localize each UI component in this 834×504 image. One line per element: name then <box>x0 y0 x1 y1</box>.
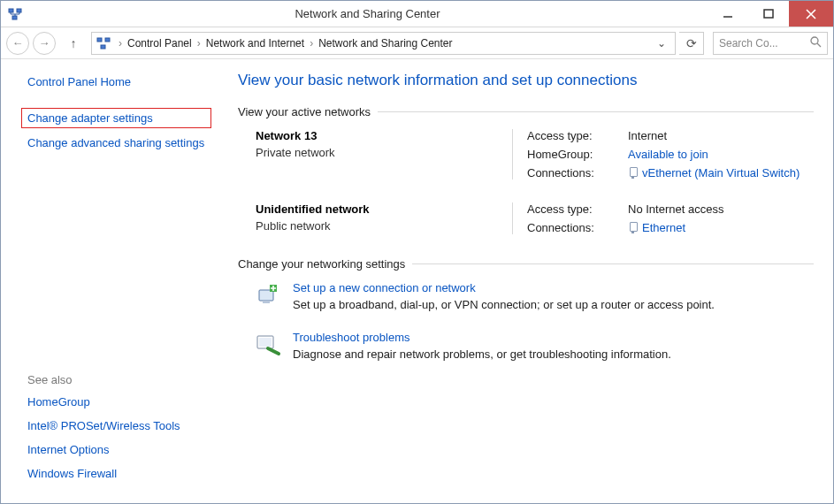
troubleshoot-desc: Diagnose and repair network problems, or… <box>293 347 671 361</box>
svg-rect-1 <box>17 9 21 12</box>
page-heading: View your basic network information and … <box>238 72 814 89</box>
connection-link[interactable]: Ethernet <box>642 221 685 234</box>
svg-rect-2 <box>12 16 17 19</box>
change-advanced-link[interactable]: Change advanced sharing settings <box>27 135 211 151</box>
see-also-list: HomeGroup Intel® PROSet/Wireless Tools I… <box>27 395 211 491</box>
network-name: Unidentified network <box>256 202 512 216</box>
network-details: Access type: Internet HomeGroup: Availab… <box>512 129 814 179</box>
change-adapter-link[interactable]: Change adapter settings <box>27 111 205 125</box>
breadcrumb-item[interactable]: Network and Internet <box>206 37 304 50</box>
svg-rect-0 <box>9 9 13 12</box>
breadcrumb-dropdown[interactable]: ⌄ <box>652 37 671 50</box>
up-button[interactable]: ↑ <box>63 33 84 54</box>
svg-rect-4 <box>764 10 773 18</box>
app-icon <box>8 7 22 21</box>
network-block: Unidentified network Public network Acce… <box>256 202 814 234</box>
connections-label: Connections: <box>527 221 624 234</box>
network-type: Public network <box>256 219 512 233</box>
troubleshoot-icon <box>254 331 282 359</box>
svg-rect-5 <box>97 38 102 42</box>
maximize-button[interactable] <box>748 1 789 27</box>
connections-label: Connections: <box>527 166 624 179</box>
main-panel: View your basic network information and … <box>231 59 833 503</box>
breadcrumb-item[interactable]: Network and Sharing Center <box>318 37 452 50</box>
close-button[interactable] <box>789 1 833 27</box>
connection-link[interactable]: vEthernet (Main Virtual Switch) <box>642 166 800 179</box>
setup-connection-desc: Set up a broadband, dial-up, or VPN conn… <box>293 298 715 311</box>
action-text: Troubleshoot problems Diagnose and repai… <box>293 331 671 361</box>
adapter-icon <box>628 166 639 179</box>
titlebar: Network and Sharing Center <box>1 1 833 27</box>
access-type-label: Access type: <box>527 202 624 216</box>
svg-rect-14 <box>259 338 272 347</box>
see-also-inetopt[interactable]: Internet Options <box>27 443 211 456</box>
sidebar: Control Panel Home Change adapter settin… <box>1 59 231 503</box>
svg-rect-6 <box>105 38 110 42</box>
active-networks-header: View your active networks <box>238 105 814 118</box>
refresh-button[interactable]: ⟳ <box>679 32 704 55</box>
homegroup-link[interactable]: Available to join <box>628 148 708 161</box>
breadcrumb-item[interactable]: Control Panel <box>127 37 192 50</box>
search-icon <box>810 36 822 50</box>
setup-connection-link[interactable]: Set up a new connection or network <box>293 281 476 294</box>
content-body: Control Panel Home Change adapter settin… <box>1 59 833 503</box>
network-details: Access type: No Internet access Connecti… <box>512 202 814 234</box>
see-also-homegroup[interactable]: HomeGroup <box>27 395 211 409</box>
see-also-firewall[interactable]: Windows Firewall <box>27 467 211 480</box>
action-text: Set up a new connection or network Set u… <box>293 281 715 311</box>
search-placeholder: Search Co... <box>719 37 805 50</box>
window-title: Network and Sharing Center <box>27 7 708 20</box>
chevron-right-icon: › <box>306 37 317 50</box>
chevron-right-icon: › <box>194 37 204 50</box>
access-type-label: Access type: <box>527 129 624 142</box>
network-identity: Network 13 Private network <box>256 129 512 179</box>
minimize-button[interactable] <box>708 1 748 27</box>
adapter-icon <box>628 221 639 233</box>
change-settings-label: Change your networking settings <box>238 257 405 271</box>
control-panel-home-link[interactable]: Control Panel Home <box>27 75 211 88</box>
access-type-value: No Internet access <box>628 202 814 216</box>
active-networks-label: View your active networks <box>238 105 371 118</box>
network-identity: Unidentified network Public network <box>256 202 512 234</box>
forward-button[interactable]: → <box>33 32 56 55</box>
svg-rect-7 <box>101 45 105 49</box>
search-input[interactable]: Search Co... <box>713 32 828 55</box>
back-button[interactable]: ← <box>6 32 29 55</box>
breadcrumb-icon <box>96 35 111 51</box>
setup-connection-icon <box>254 281 282 309</box>
network-block: Network 13 Private network Access type: … <box>256 129 814 179</box>
svg-rect-11 <box>263 301 270 303</box>
action-row: Set up a new connection or network Set u… <box>254 281 814 311</box>
homegroup-label: HomeGroup: <box>527 148 624 161</box>
breadcrumb[interactable]: › Control Panel › Network and Internet ›… <box>91 32 676 55</box>
network-type: Private network <box>256 146 512 159</box>
svg-point-8 <box>811 37 818 44</box>
highlight-box: Change adapter settings <box>21 108 211 128</box>
window-controls <box>708 1 833 27</box>
chevron-right-icon: › <box>115 37 126 50</box>
network-name: Network 13 <box>256 129 512 142</box>
see-also-header: See also <box>27 373 211 386</box>
see-also-proset[interactable]: Intel® PROSet/Wireless Tools <box>27 419 211 432</box>
access-type-value: Internet <box>628 129 814 142</box>
window: Network and Sharing Center ← → ↑ <box>0 0 834 504</box>
svg-line-9 <box>817 43 821 47</box>
troubleshoot-link[interactable]: Troubleshoot problems <box>293 331 409 344</box>
change-settings-header: Change your networking settings <box>238 257 814 271</box>
action-row: Troubleshoot problems Diagnose and repai… <box>254 331 814 361</box>
navbar: ← → ↑ › Control Panel › Network and Inte… <box>1 27 833 59</box>
